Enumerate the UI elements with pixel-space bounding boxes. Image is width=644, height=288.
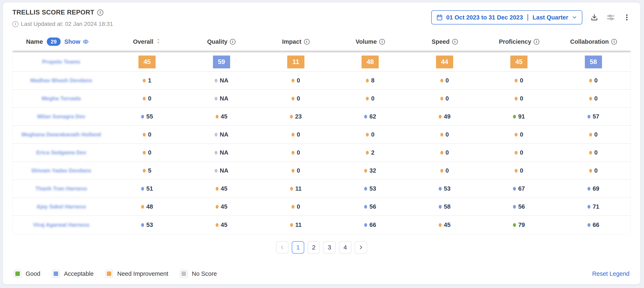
score-dot xyxy=(143,169,146,173)
score-cell: 45 xyxy=(184,113,258,120)
score-cell: 58 xyxy=(408,203,482,210)
column-header-speed[interactable]: Speed xyxy=(408,38,482,45)
score-cell: 56 xyxy=(482,203,556,210)
row-name-link[interactable]: Thanh Tran Harness xyxy=(36,185,87,192)
horizontal-scrollbar[interactable] xyxy=(12,51,631,52)
table-row-team-summary[interactable]: Propelo Teams45591148444558 xyxy=(12,52,630,72)
score-value: 0 xyxy=(366,95,374,102)
pagination-page-3[interactable]: 3 xyxy=(323,241,336,254)
row-name-link[interactable]: Megha Torvada xyxy=(42,95,81,102)
report-header-controls: 01 Oct 2023 to 31 Dec 2023 Last Quarter xyxy=(431,9,631,25)
score-cell: 48 xyxy=(110,203,184,210)
column-header-quality[interactable]: Quality xyxy=(184,38,259,45)
score-cell: 0 xyxy=(556,167,630,174)
table-row[interactable]: Megha Torvada0NA00000 xyxy=(12,90,630,108)
score-dot xyxy=(143,151,146,155)
column-header-proficiency[interactable]: Proficiency xyxy=(482,38,556,45)
score-value: 0 xyxy=(292,203,300,210)
legend-checkbox[interactable] xyxy=(52,270,60,278)
column-info-icon[interactable] xyxy=(304,39,310,45)
row-name-link[interactable]: Madhav Bhash Devdans xyxy=(30,77,92,84)
score-value: 66 xyxy=(588,221,599,228)
column-info-icon[interactable] xyxy=(379,39,385,45)
pagination-page-4[interactable]: 4 xyxy=(339,241,352,254)
column-header-label: Impact xyxy=(282,38,301,45)
score-rect-badge: 59 xyxy=(213,56,230,68)
legend-color-swatch xyxy=(54,271,58,276)
row-name-link[interactable]: Erica Sedgama Dev xyxy=(36,149,86,156)
table-row[interactable]: Erica Sedgama Dev0NA02000 xyxy=(12,144,630,162)
legend-item-acceptable[interactable]: Acceptable xyxy=(52,270,94,278)
legend-item-good[interactable]: Good xyxy=(14,270,40,278)
row-name-link[interactable]: Meghana Dwarakanath Holland xyxy=(22,131,101,138)
score-cell: 0 xyxy=(110,149,184,156)
last-updated-info-icon xyxy=(12,21,18,27)
row-name-link[interactable]: Propelo Teams xyxy=(42,59,80,65)
reset-legend-link[interactable]: Reset Legend xyxy=(592,270,630,277)
pagination-page-2[interactable]: 2 xyxy=(308,241,320,254)
column-info-icon[interactable] xyxy=(534,39,539,45)
score-dot xyxy=(513,223,516,227)
score-number: 45 xyxy=(444,221,450,228)
row-name-link[interactable]: Milan Sonagra Dev xyxy=(37,113,86,120)
legend-checkbox[interactable] xyxy=(14,270,22,278)
score-number: 0 xyxy=(297,131,300,138)
row-name-link[interactable]: Shivam Yadav Devdans xyxy=(31,167,91,174)
score-number: NA xyxy=(220,131,228,138)
table-row[interactable]: Milan Sonagra Dev55452362499157 xyxy=(12,108,630,126)
score-value: NA xyxy=(214,95,228,102)
score-dot xyxy=(440,169,443,173)
table-row[interactable]: Thanh Tran Harness51451153536769 xyxy=(12,180,630,198)
score-cell: 0 xyxy=(259,95,333,102)
score-cell: 0 xyxy=(333,95,407,102)
legend-item-need-improvement[interactable]: Need Improvement xyxy=(105,270,168,278)
settings-sliders-icon[interactable] xyxy=(606,13,615,22)
score-number: NA xyxy=(220,149,228,156)
download-icon[interactable] xyxy=(590,13,598,22)
row-name-link[interactable]: Viraj Agarwal Harness xyxy=(33,222,90,228)
column-info-icon[interactable] xyxy=(230,39,236,45)
legend-item-no-score[interactable]: No Score xyxy=(180,270,217,278)
score-value: 45 xyxy=(216,185,228,192)
score-value: 45 xyxy=(216,113,228,120)
column-header-collaboration[interactable]: Collaboration xyxy=(556,38,631,45)
table-row[interactable]: Shivam Yadav Devdans5NA032000 xyxy=(12,162,630,180)
table-row[interactable]: Ajay Sakel Harness4845056585671 xyxy=(12,198,630,216)
kebab-menu-icon[interactable] xyxy=(623,14,631,21)
row-name-link[interactable]: Ajay Sakel Harness xyxy=(36,203,86,210)
score-dot xyxy=(292,79,294,83)
score-number: 51 xyxy=(146,185,153,192)
score-value: 0 xyxy=(589,149,598,156)
score-dot xyxy=(214,169,218,173)
score-value: 45 xyxy=(216,203,228,210)
table-row[interactable]: Meghana Dwarakanath Holland0NA00000 xyxy=(12,126,630,144)
score-cell: 0 xyxy=(482,95,556,102)
show-label: Show xyxy=(64,38,80,45)
score-rect-badge: 11 xyxy=(287,56,304,68)
legend-checkbox[interactable] xyxy=(180,270,188,278)
score-number: 53 xyxy=(146,221,153,228)
score-number: 0 xyxy=(520,149,523,156)
legend-checkbox[interactable] xyxy=(105,270,113,278)
column-header-overall[interactable]: Overall xyxy=(110,38,184,46)
column-header-volume[interactable]: Volume xyxy=(333,38,408,45)
table-row[interactable]: Madhav Bhash Devdans1NA08000 xyxy=(12,72,630,90)
score-dot xyxy=(439,187,442,191)
column-info-icon[interactable] xyxy=(452,39,458,45)
report-info-icon[interactable] xyxy=(97,10,103,16)
column-header-impact[interactable]: Impact xyxy=(258,38,333,45)
date-range-button[interactable]: 01 Oct 2023 to 31 Dec 2023 Last Quarter xyxy=(431,10,582,25)
pagination-next-button[interactable] xyxy=(355,241,367,254)
show-names-toggle[interactable]: Show xyxy=(64,38,89,45)
score-cell: 79 xyxy=(482,221,556,228)
score-number: 0 xyxy=(371,131,374,138)
table-row[interactable]: Viraj Agarwal Harness53451166457966 xyxy=(12,216,630,234)
score-cell: 0 xyxy=(259,131,333,138)
score-number: NA xyxy=(220,77,228,84)
score-value: 11 xyxy=(290,185,302,192)
pagination-page-1[interactable]: 1 xyxy=(292,241,304,254)
score-cell: 32 xyxy=(333,167,407,174)
pagination-prev-button[interactable] xyxy=(276,241,288,254)
column-info-icon[interactable] xyxy=(611,39,617,45)
sort-icon[interactable] xyxy=(156,38,161,46)
